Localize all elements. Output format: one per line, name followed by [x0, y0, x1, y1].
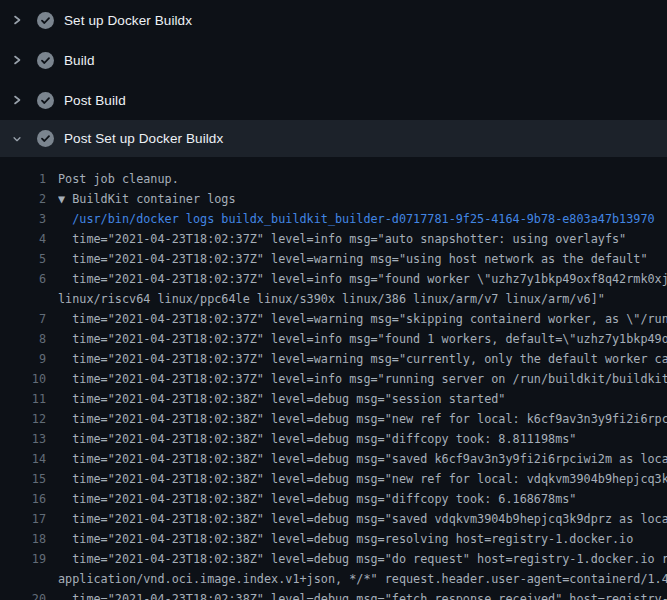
line-number[interactable]: 20: [0, 589, 46, 600]
check-circle-icon: [37, 92, 54, 109]
step-row[interactable]: Post Build: [0, 80, 667, 120]
line-number[interactable]: 17: [0, 509, 46, 529]
log-text: time="2021-04-23T18:02:37Z" level=info m…: [58, 229, 667, 249]
log-row: 19 time="2021-04-23T18:02:38Z" level=deb…: [0, 549, 667, 569]
step-label: Set up Docker Buildx: [64, 12, 192, 29]
log-row: 7 time="2021-04-23T18:02:37Z" level=warn…: [0, 309, 667, 329]
line-number[interactable]: 14: [0, 449, 46, 469]
line-number[interactable]: 3: [0, 209, 46, 229]
step-row[interactable]: Set up Docker Buildx: [0, 0, 667, 40]
log-text: time="2021-04-23T18:02:37Z" level=warnin…: [58, 309, 667, 329]
log-row: application/vnd.oci.image.index.v1+json,…: [0, 569, 667, 589]
check-circle-icon: [37, 12, 54, 29]
log-text: time="2021-04-23T18:02:37Z" level=info m…: [58, 369, 667, 389]
steps-list: Set up Docker Buildx Build Post Build: [0, 0, 667, 157]
line-number[interactable]: 13: [0, 429, 46, 449]
line-number[interactable]: 11: [0, 389, 46, 409]
line-number[interactable]: 8: [0, 329, 46, 349]
log-text: time="2021-04-23T18:02:38Z" level=debug …: [58, 549, 667, 569]
line-number: [0, 289, 46, 309]
log-text[interactable]: ▼ BuildKit container logs: [58, 189, 667, 209]
log-row: 2 ▼ BuildKit container logs: [0, 189, 667, 209]
line-number[interactable]: 12: [0, 409, 46, 429]
log-text: time="2021-04-23T18:02:37Z" level=info m…: [58, 329, 667, 349]
step-label: Build: [64, 52, 95, 69]
chevron-right-icon: [12, 52, 22, 68]
log-row: 15 time="2021-04-23T18:02:38Z" level=deb…: [0, 469, 667, 489]
log-text: time="2021-04-23T18:02:38Z" level=debug …: [58, 389, 667, 409]
line-number[interactable]: 10: [0, 369, 46, 389]
line-number[interactable]: 7: [0, 309, 46, 329]
log-text: time="2021-04-23T18:02:38Z" level=debug …: [58, 509, 667, 529]
step-row[interactable]: Post Set up Docker Buildx: [0, 120, 667, 157]
log-row: linux/riscv64 linux/ppc64le linux/s390x …: [0, 289, 667, 309]
step-label: Post Set up Docker Buildx: [64, 130, 223, 147]
log-text: /usr/bin/docker logs buildx_buildkit_bui…: [58, 209, 667, 229]
log-row: 6 time="2021-04-23T18:02:37Z" level=info…: [0, 269, 667, 289]
chevron-right-icon: [12, 92, 22, 108]
log-text: time="2021-04-23T18:02:38Z" level=debug …: [58, 489, 667, 509]
log-text: Post job cleanup.: [58, 169, 667, 189]
log-row: 11 time="2021-04-23T18:02:38Z" level=deb…: [0, 389, 667, 409]
log-row: 20 time="2021-04-23T18:02:38Z" level=deb…: [0, 589, 667, 600]
log-row: 1 Post job cleanup.: [0, 169, 667, 189]
line-number[interactable]: 1: [0, 169, 46, 189]
log-text: time="2021-04-23T18:02:38Z" level=debug …: [58, 429, 667, 449]
log-text: time="2021-04-23T18:02:38Z" level=debug …: [58, 449, 667, 469]
log-text: time="2021-04-23T18:02:38Z" level=debug …: [58, 409, 667, 429]
log-row: 13 time="2021-04-23T18:02:38Z" level=deb…: [0, 429, 667, 449]
line-number: [0, 569, 46, 589]
log-row: 17 time="2021-04-23T18:02:38Z" level=deb…: [0, 509, 667, 529]
log-text: linux/riscv64 linux/ppc64le linux/s390x …: [58, 289, 667, 309]
log-row: 8 time="2021-04-23T18:02:37Z" level=info…: [0, 329, 667, 349]
line-number[interactable]: 6: [0, 269, 46, 289]
log-row: 18 time="2021-04-23T18:02:38Z" level=deb…: [0, 529, 667, 549]
line-number[interactable]: 4: [0, 229, 46, 249]
log-text: time="2021-04-23T18:02:37Z" level=info m…: [58, 269, 667, 289]
log-text: time="2021-04-23T18:02:38Z" level=debug …: [58, 589, 667, 600]
log-text: time="2021-04-23T18:02:38Z" level=debug …: [58, 529, 667, 549]
chevron-right-icon: [12, 12, 22, 28]
log-text: application/vnd.oci.image.index.v1+json,…: [58, 569, 667, 589]
line-number[interactable]: 16: [0, 489, 46, 509]
check-circle-icon: [37, 52, 54, 69]
log-row: 14 time="2021-04-23T18:02:38Z" level=deb…: [0, 449, 667, 469]
log-text: time="2021-04-23T18:02:37Z" level=warnin…: [58, 349, 667, 369]
log-text: time="2021-04-23T18:02:37Z" level=warnin…: [58, 249, 667, 269]
step-label: Post Build: [64, 92, 126, 109]
check-circle-icon: [37, 130, 54, 147]
log-row: 3 /usr/bin/docker logs buildx_buildkit_b…: [0, 209, 667, 229]
log-row: 5 time="2021-04-23T18:02:37Z" level=warn…: [0, 249, 667, 269]
line-number[interactable]: 15: [0, 469, 46, 489]
log-viewer: 1 Post job cleanup. 2 ▼ BuildKit contain…: [0, 157, 667, 600]
log-row: 9 time="2021-04-23T18:02:37Z" level=warn…: [0, 349, 667, 369]
line-number[interactable]: 18: [0, 529, 46, 549]
step-row[interactable]: Build: [0, 40, 667, 80]
log-row: 10 time="2021-04-23T18:02:37Z" level=inf…: [0, 369, 667, 389]
line-number[interactable]: 19: [0, 549, 46, 569]
line-number[interactable]: 9: [0, 349, 46, 369]
log-row: 4 time="2021-04-23T18:02:37Z" level=info…: [0, 229, 667, 249]
log-row: 12 time="2021-04-23T18:02:38Z" level=deb…: [0, 409, 667, 429]
line-number[interactable]: 5: [0, 249, 46, 269]
log-row: 16 time="2021-04-23T18:02:38Z" level=deb…: [0, 489, 667, 509]
line-number[interactable]: 2: [0, 189, 46, 209]
log-text: time="2021-04-23T18:02:38Z" level=debug …: [58, 469, 667, 489]
chevron-down-icon: [12, 131, 22, 147]
